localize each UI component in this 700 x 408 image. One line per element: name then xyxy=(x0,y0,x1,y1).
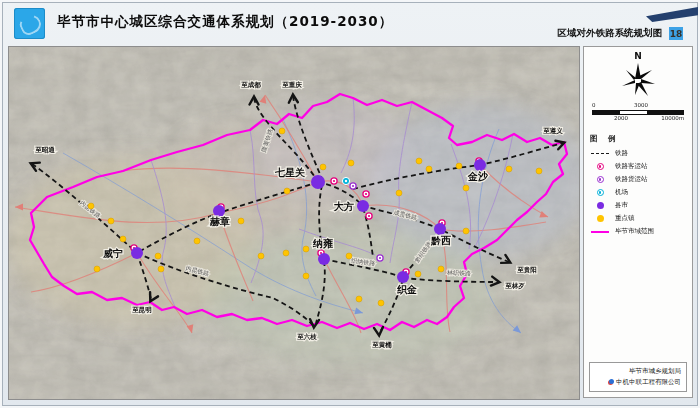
city-marker xyxy=(131,247,143,259)
town-marker xyxy=(456,163,462,169)
town-marker xyxy=(320,164,326,170)
scale-tick: 3000 xyxy=(634,102,648,108)
city-label: 金沙 xyxy=(467,171,489,182)
map-canvas: 隆黄铁路成贵铁路内昆铁路内昆铁路织纳铁路林织铁路黔织铁路 七星关大方黔西金沙织金… xyxy=(9,47,579,399)
legend-symbol-dashed-line xyxy=(591,153,609,154)
town-marker xyxy=(348,160,354,166)
town-marker xyxy=(155,253,161,259)
town-marker xyxy=(506,166,512,172)
city-label: 纳雍 xyxy=(312,238,333,249)
legend: 图 例 铁路铁路客运站铁路货运站机场县市重点镇毕节市域范围 xyxy=(590,134,686,236)
rail-exit-label: 至林歹 xyxy=(505,282,525,290)
bureau-logo-icon xyxy=(14,8,45,39)
scale-tick: 10000m xyxy=(661,115,684,121)
legend-row: 县市 xyxy=(590,201,686,210)
station-marker-dot xyxy=(368,215,370,217)
station-marker-dot xyxy=(352,185,354,187)
station-marker-dot xyxy=(333,180,335,182)
town-marker xyxy=(415,271,421,277)
town-marker xyxy=(396,190,402,196)
city-label: 赫章 xyxy=(209,216,230,227)
town-marker xyxy=(463,228,469,234)
rail-exit-label: 至昭通 xyxy=(35,146,55,154)
town-marker xyxy=(194,238,200,244)
attribution-line: 毕节市城乡规划局 xyxy=(595,366,681,377)
legend-row: 铁路货运站 xyxy=(590,175,686,184)
town-marker xyxy=(88,203,94,209)
scale-bar: 0 3000 2000 10000m xyxy=(592,102,684,124)
compass-rose-icon: N xyxy=(608,50,668,102)
city-label: 威宁 xyxy=(102,248,123,259)
city-label: 大方 xyxy=(333,201,354,212)
page-number-badge: 18 xyxy=(669,27,683,40)
legend-items: 铁路铁路客运站铁路货运站机场县市重点镇毕节市域范围 xyxy=(590,149,686,236)
legend-symbol-ring xyxy=(597,176,604,183)
legend-symbol-line xyxy=(591,231,609,233)
city-label: 七星关 xyxy=(274,167,305,178)
city-marker xyxy=(397,271,409,283)
legend-row: 重点镇 xyxy=(590,214,686,223)
town-marker xyxy=(346,253,352,259)
sheet-subtitle: 区域对外铁路系统规划图 xyxy=(558,27,663,40)
legend-label: 重点镇 xyxy=(615,214,635,223)
town-marker xyxy=(120,236,126,242)
scale-tick: 0 xyxy=(592,102,596,108)
legend-title: 图 例 xyxy=(590,134,686,144)
legend-row: 毕节市域范围 xyxy=(590,227,686,236)
attribution-box: 毕节市城乡规划局 中机中联工程有限公司 xyxy=(589,362,687,392)
town-marker xyxy=(258,253,264,259)
legend-symbol-ring xyxy=(597,163,604,170)
city-label: 织金 xyxy=(396,284,417,295)
map-panel: 隆黄铁路成贵铁路内昆铁路内昆铁路织纳铁路林织铁路黔织铁路 七星关大方黔西金沙织金… xyxy=(8,46,580,400)
legend-row: 铁路 xyxy=(590,149,686,158)
town-marker xyxy=(303,273,309,279)
attribution-line: 中机中联工程有限公司 xyxy=(595,377,681,388)
city-label: 黔西 xyxy=(430,235,451,246)
city-marker xyxy=(357,200,369,212)
rail-exit-label: 至昆明 xyxy=(132,306,152,314)
rail-exit-label: 至重庆 xyxy=(282,81,302,89)
rail-exit-label: 至贵阳 xyxy=(517,266,537,274)
airport-marker-dot xyxy=(345,180,347,182)
page-title: 毕节市中心城区综合交通体系规划（2019-2030） xyxy=(57,13,393,31)
town-marker xyxy=(238,218,244,224)
city-marker xyxy=(318,253,330,265)
legend-row: 机场 xyxy=(590,188,686,197)
town-marker xyxy=(94,266,100,272)
station-marker-dot xyxy=(379,257,381,259)
rail-exit-label: 至黄桶 xyxy=(372,341,392,349)
compass-north-label: N xyxy=(634,51,642,61)
legend-label: 铁路货运站 xyxy=(615,175,648,184)
town-marker xyxy=(283,250,289,256)
legend-label: 铁路 xyxy=(615,149,628,158)
legend-symbol-dot xyxy=(597,202,604,209)
town-marker xyxy=(463,185,469,191)
scale-tick: 2000 xyxy=(614,115,628,121)
legend-symbol-ring xyxy=(597,189,604,196)
town-marker xyxy=(303,246,309,252)
town-marker xyxy=(378,300,384,306)
town-marker xyxy=(158,266,164,272)
station-marker-dot xyxy=(365,193,367,195)
legend-row: 铁路客运站 xyxy=(590,162,686,171)
town-marker xyxy=(426,166,432,172)
rail-exit-label: 至遵义 xyxy=(543,127,563,135)
town-marker xyxy=(536,168,542,174)
town-marker xyxy=(416,158,422,164)
legend-label: 毕节市域范围 xyxy=(615,227,654,236)
rail-exit-label: 至六枝 xyxy=(297,333,317,341)
town-marker xyxy=(279,128,285,134)
legend-label: 铁路客运站 xyxy=(615,162,648,171)
city-marker xyxy=(311,175,325,189)
legend-label: 机场 xyxy=(615,188,628,197)
company-logo-icon xyxy=(609,379,614,384)
town-marker xyxy=(284,188,290,194)
legend-label: 县市 xyxy=(615,201,628,210)
side-panel: N 0 3000 2000 10000m 图 例 铁路铁路客运站铁路货运站机场县… xyxy=(583,46,693,398)
city-marker xyxy=(434,223,446,235)
rail-exit-label: 至成都 xyxy=(241,81,261,89)
legend-symbol-dot xyxy=(597,215,604,222)
town-marker xyxy=(438,266,444,272)
town-marker xyxy=(108,218,114,224)
town-marker xyxy=(356,296,362,302)
